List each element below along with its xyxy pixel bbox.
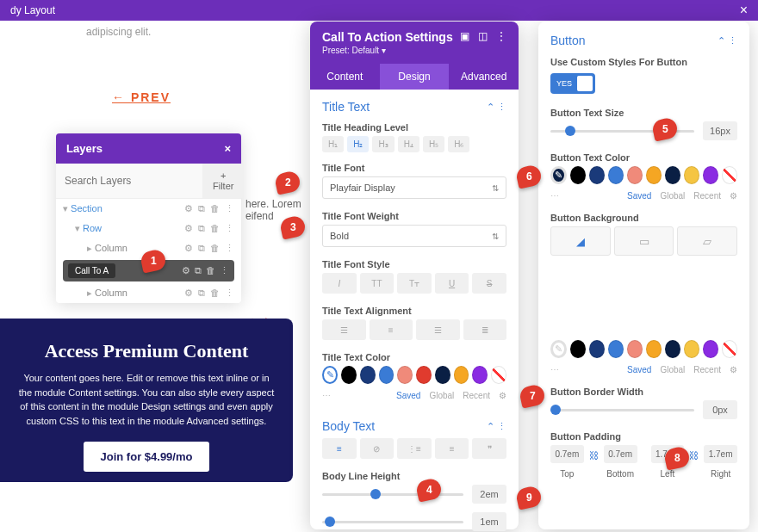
- tree-cta[interactable]: Call To A: [68, 263, 115, 278]
- recent-preset[interactable]: Recent: [693, 365, 721, 374]
- global-preset[interactable]: Global: [660, 365, 685, 374]
- gear-icon[interactable]: ⚙: [184, 288, 193, 299]
- gear-icon[interactable]: ⚙: [730, 191, 737, 201]
- bg-gradient-btn[interactable]: ▭: [614, 226, 674, 256]
- more-icon[interactable]: ⋮: [225, 288, 234, 299]
- swatch-coral[interactable]: [397, 366, 413, 384]
- link-icon[interactable]: ⛓: [589, 450, 599, 461]
- close-icon[interactable]: ×: [224, 142, 231, 155]
- h6-btn[interactable]: H₆: [448, 136, 469, 152]
- body-lh-value-2[interactable]: 1em: [472, 512, 506, 531]
- h5-btn[interactable]: H₅: [423, 136, 444, 152]
- gear-icon[interactable]: ⚙: [182, 265, 190, 276]
- join-button[interactable]: Join for $4.99/mo: [84, 442, 210, 472]
- saved-preset[interactable]: Saved: [627, 191, 651, 201]
- align-justify-btn[interactable]: ≣: [463, 319, 507, 340]
- more-icon[interactable]: ⋮: [497, 102, 506, 112]
- global-preset[interactable]: Global: [660, 191, 685, 201]
- body-lh-slider[interactable]: [322, 493, 463, 496]
- swatch-purple[interactable]: [703, 166, 718, 184]
- swatch-navy[interactable]: [589, 340, 605, 358]
- gear-icon[interactable]: ⚙: [184, 223, 193, 234]
- weight-select[interactable]: Bold⇅: [322, 225, 506, 247]
- h1-btn[interactable]: H₁: [322, 136, 344, 152]
- chevron-up-icon[interactable]: ⌃: [487, 102, 494, 112]
- swatch-blue[interactable]: [379, 366, 395, 384]
- swatch-blue[interactable]: [608, 166, 624, 184]
- bg-image-btn[interactable]: ▱: [677, 226, 737, 256]
- gear-icon[interactable]: ⚙: [499, 391, 506, 400]
- trash-icon[interactable]: 🗑: [210, 243, 220, 254]
- underline-btn[interactable]: U: [435, 273, 469, 294]
- eyedropper-icon[interactable]: ✎: [322, 366, 338, 384]
- btn-border-value[interactable]: 0px: [703, 400, 737, 419]
- duplicate-icon[interactable]: ⧉: [198, 243, 205, 254]
- duplicate-icon[interactable]: ⧉: [198, 223, 205, 234]
- pad-right-input[interactable]: 1.7em: [704, 445, 737, 463]
- more-icon[interactable]: ⋯: [322, 391, 331, 400]
- duplicate-icon[interactable]: ⧉: [195, 265, 202, 276]
- more-icon[interactable]: ⋯: [550, 191, 559, 201]
- ul-btn[interactable]: ⋮≡: [397, 438, 432, 459]
- swatch-dnavy[interactable]: [665, 166, 680, 184]
- chevron-up-icon[interactable]: ⌃: [487, 421, 494, 431]
- h4-btn[interactable]: H₄: [398, 136, 419, 152]
- uppercase-btn[interactable]: TT: [360, 273, 395, 294]
- italic-btn[interactable]: I: [322, 273, 357, 294]
- more-icon[interactable]: ⋯: [550, 365, 559, 374]
- tab-advanced[interactable]: Advanced: [449, 64, 519, 90]
- section-button[interactable]: Button: [550, 34, 585, 47]
- trash-icon[interactable]: 🗑: [210, 223, 220, 234]
- pad-bottom-input[interactable]: 0.7em: [604, 445, 637, 463]
- swatch-navy[interactable]: [589, 166, 605, 184]
- tree-column[interactable]: Column: [95, 243, 127, 253]
- body-lh-value[interactable]: 2em: [472, 485, 506, 504]
- swatch-none[interactable]: [722, 166, 737, 184]
- h2-btn[interactable]: H₂: [347, 136, 369, 152]
- swatch-coral[interactable]: [627, 340, 643, 358]
- align-left-btn[interactable]: ☰: [322, 319, 366, 340]
- duplicate-icon[interactable]: ⧉: [198, 288, 205, 299]
- close-icon[interactable]: ×: [740, 3, 748, 18]
- filter-button[interactable]: + Filter: [202, 164, 244, 198]
- tab-content[interactable]: Content: [310, 64, 380, 90]
- pad-top-input[interactable]: 0.7em: [550, 445, 584, 463]
- swatch-black[interactable]: [570, 340, 586, 358]
- align-center-btn[interactable]: ≡: [370, 319, 413, 340]
- more-icon[interactable]: ⋮: [225, 243, 234, 254]
- trash-icon[interactable]: 🗑: [206, 265, 215, 276]
- align-right-btn[interactable]: ☰: [416, 319, 460, 340]
- swatch-orange[interactable]: [646, 340, 662, 358]
- swatch-yellow[interactable]: [684, 340, 699, 358]
- recent-preset[interactable]: Recent: [463, 391, 490, 400]
- swatch-coral[interactable]: [627, 166, 643, 184]
- trash-icon[interactable]: 🗑: [210, 203, 220, 214]
- gear-icon[interactable]: ⚙: [730, 365, 737, 374]
- section-title-text[interactable]: Title Text: [322, 100, 370, 114]
- ol-btn[interactable]: ≡: [435, 438, 469, 459]
- strike-btn[interactable]: S: [472, 273, 506, 294]
- swatch-red[interactable]: [416, 366, 432, 384]
- section-body-text[interactable]: Body Text: [322, 419, 375, 433]
- eyedropper-icon[interactable]: ✎: [550, 166, 567, 184]
- recent-preset[interactable]: Recent: [693, 191, 721, 201]
- layout-icon[interactable]: ◫: [478, 30, 488, 42]
- swatch-purple[interactable]: [472, 366, 488, 384]
- tree-row[interactable]: Row: [83, 223, 102, 233]
- saved-preset[interactable]: Saved: [396, 391, 420, 400]
- more-icon[interactable]: ⋮: [220, 265, 229, 276]
- search-input[interactable]: [56, 164, 202, 198]
- swatch-dnavy[interactable]: [435, 366, 450, 384]
- btn-size-value[interactable]: 16px: [703, 121, 737, 140]
- swatch-black[interactable]: [341, 366, 357, 384]
- text-btn[interactable]: ≡: [322, 438, 357, 459]
- more-icon[interactable]: ⋮: [225, 203, 234, 214]
- font-select[interactable]: Playfair Display⇅: [322, 176, 506, 199]
- tab-design[interactable]: Design: [380, 64, 450, 90]
- swatch-blue[interactable]: [608, 340, 624, 358]
- swatch-orange[interactable]: [454, 366, 469, 384]
- gear-icon[interactable]: ⚙: [184, 243, 193, 254]
- chevron-up-icon[interactable]: ⌃: [718, 35, 725, 46]
- h3-btn[interactable]: H₃: [372, 136, 394, 152]
- smallcaps-btn[interactable]: Tᴛ: [397, 273, 432, 294]
